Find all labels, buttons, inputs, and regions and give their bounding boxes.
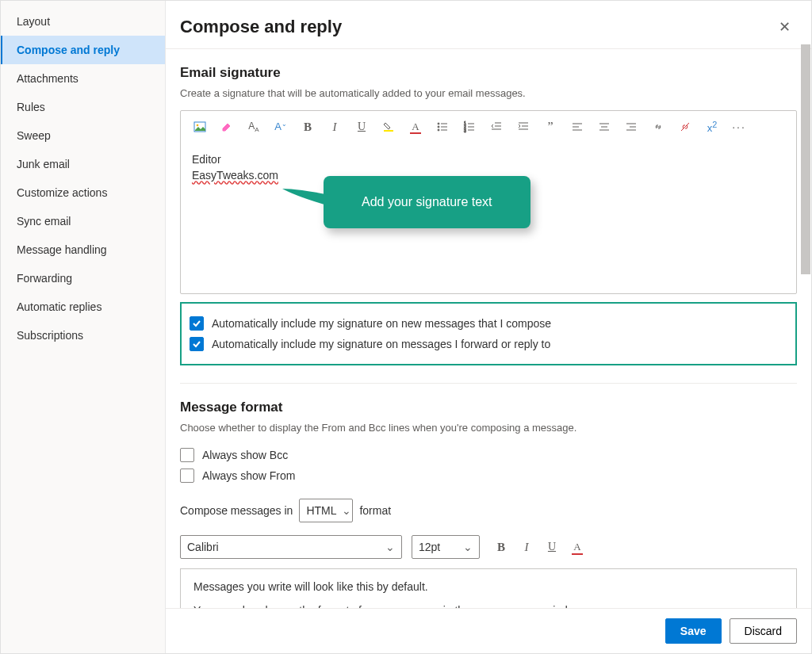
discard-button[interactable]: Discard (730, 618, 797, 644)
message-format-section: Message format Choose whether to display… (180, 384, 797, 608)
bold-icon[interactable]: B (489, 536, 513, 558)
checkbox-include-new-label: Automatically include my signature on ne… (212, 317, 551, 330)
format-title: Message format (180, 400, 797, 415)
signature-title: Email signature (180, 65, 797, 81)
quote-icon[interactable]: ” (538, 116, 563, 138)
more-icon[interactable]: ··· (726, 116, 752, 138)
check-icon (192, 319, 201, 328)
page-title: Compose and reply (180, 17, 342, 37)
svg-point-5 (438, 126, 439, 128)
image-icon[interactable] (187, 116, 213, 138)
font-color-icon[interactable]: A (403, 116, 428, 138)
sidebar-item-forwarding[interactable]: Forwarding (1, 264, 165, 293)
sidebar-item-junk[interactable]: Junk email (1, 150, 165, 178)
svg-point-1 (197, 124, 199, 127)
sidebar-item-sweep[interactable]: Sweep (1, 121, 165, 150)
chevron-down-icon: ⌄ (342, 504, 351, 517)
svg-point-7 (438, 129, 439, 131)
signature-textarea[interactable]: Editor EasyTweaks.com Add your signature… (181, 143, 796, 293)
numbering-icon[interactable]: 123 (457, 116, 482, 138)
chevron-down-icon: ⌄ (463, 541, 473, 553)
font-size-select[interactable]: 12pt ⌄ (412, 535, 480, 559)
svg-text:3: 3 (464, 128, 466, 133)
compose-suffix-label: format (359, 504, 391, 517)
close-icon: ✕ (779, 19, 791, 35)
checkbox-show-from-label: Always show From (202, 469, 295, 482)
link-icon[interactable] (645, 116, 671, 138)
font-color-icon[interactable]: A (565, 536, 589, 558)
close-button[interactable]: ✕ (772, 15, 797, 39)
save-button[interactable]: Save (665, 618, 722, 644)
format-desc: Choose whether to display the From and B… (180, 422, 797, 434)
sidebar-item-rules[interactable]: Rules (1, 93, 165, 121)
text-highlight-icon[interactable] (376, 116, 401, 138)
checkbox-show-from[interactable] (180, 469, 194, 483)
scrollbar-thumb[interactable] (801, 44, 810, 274)
check-icon (192, 339, 201, 349)
signature-desc: Create a signature that will be automati… (180, 87, 797, 99)
compose-format-select[interactable]: HTML ⌄ (299, 499, 353, 522)
annotation-text: Add your signature text (362, 195, 492, 208)
font-family-select[interactable]: Calibri ⌄ (180, 535, 402, 559)
email-signature-section: Email signature Create a signature that … (180, 49, 797, 365)
sidebar-item-msg-handling[interactable]: Message handling (1, 235, 165, 264)
italic-icon[interactable]: I (515, 536, 538, 558)
highlighter-icon[interactable] (214, 116, 239, 138)
font-larger-icon[interactable]: A⌄ (268, 116, 293, 138)
svg-line-30 (681, 123, 689, 131)
checkbox-show-bcc[interactable] (180, 448, 194, 462)
main-panel: Compose and reply ✕ Email signature Crea… (166, 1, 811, 653)
underline-icon[interactable]: U (540, 536, 564, 558)
signature-editor: AA A⌄ B I U A 123 ” (180, 110, 797, 294)
bold-icon[interactable]: B (295, 116, 320, 138)
checkbox-include-reply-label: Automatically include my signature on me… (212, 338, 550, 350)
signature-line1: Editor (192, 152, 785, 168)
settings-sidebar: Layout Compose and reply Attachments Rul… (1, 1, 166, 653)
align-right-icon[interactable] (619, 116, 644, 138)
annotation-callout: Add your signature text (324, 176, 530, 228)
svg-point-3 (438, 123, 439, 124)
underline-icon[interactable]: U (349, 116, 374, 138)
dialog-footer: Save Discard (166, 608, 811, 653)
sidebar-item-layout[interactable]: Layout (1, 7, 165, 36)
scrollbar[interactable] (800, 44, 811, 606)
checkbox-include-reply[interactable] (190, 337, 204, 351)
align-left-icon[interactable] (565, 116, 590, 138)
signature-toolbar: AA A⌄ B I U A 123 ” (181, 111, 796, 143)
font-smaller-icon[interactable]: AA (241, 116, 266, 138)
indent-increase-icon[interactable] (511, 116, 536, 138)
chevron-down-icon: ⌄ (385, 541, 395, 553)
italic-icon[interactable]: I (322, 116, 347, 138)
unlink-icon[interactable] (672, 116, 698, 138)
superscript-icon[interactable]: x2 (699, 116, 725, 138)
main-header: Compose and reply ✕ (166, 1, 811, 48)
sidebar-item-auto-replies[interactable]: Automatic replies (1, 293, 165, 321)
sidebar-item-compose-reply[interactable]: Compose and reply (1, 36, 165, 64)
signature-options-group: Automatically include my signature on ne… (180, 302, 797, 365)
indent-decrease-icon[interactable] (484, 116, 509, 138)
align-center-icon[interactable] (592, 116, 617, 138)
checkbox-show-bcc-label: Always show Bcc (202, 449, 288, 461)
bullets-icon[interactable] (430, 116, 455, 138)
compose-prefix-label: Compose messages in (180, 504, 293, 517)
sample-line1: Messages you write will look like this b… (193, 580, 783, 593)
sidebar-item-customize[interactable]: Customize actions (1, 178, 165, 207)
signature-line2: EasyTweaks.com (192, 168, 785, 184)
sidebar-item-subscriptions[interactable]: Subscriptions (1, 321, 165, 350)
checkbox-include-new[interactable] (190, 316, 204, 331)
sidebar-item-sync[interactable]: Sync email (1, 207, 165, 235)
svg-rect-2 (384, 130, 393, 132)
format-preview-box: Messages you write will look like this b… (180, 568, 797, 608)
sidebar-item-attachments[interactable]: Attachments (1, 64, 165, 93)
main-body[interactable]: Email signature Create a signature that … (166, 48, 811, 608)
